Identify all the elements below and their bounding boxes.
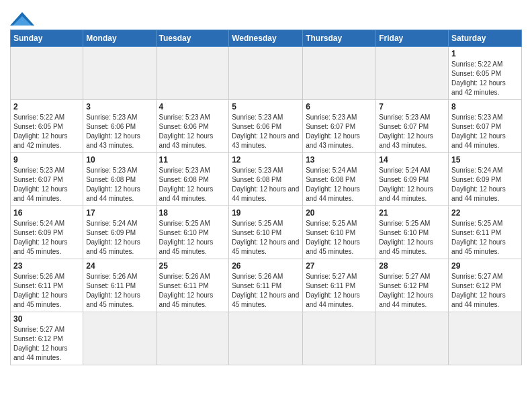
- calendar-week-3: 16Sunrise: 5:24 AMSunset: 6:09 PMDayligh…: [11, 206, 522, 259]
- weekday-header-row: SundayMondayTuesdayWednesdayThursdayFrid…: [11, 30, 522, 47]
- calendar-cell: 21Sunrise: 5:25 AMSunset: 6:10 PMDayligh…: [376, 206, 449, 259]
- day-info: Sunrise: 5:24 AMSunset: 6:08 PMDaylight:…: [306, 166, 373, 203]
- page-container: SundayMondayTuesdayWednesdayThursdayFrid…: [10, 7, 522, 365]
- day-number: 22: [451, 208, 519, 218]
- logo-icon: [10, 12, 34, 26]
- day-info: Sunrise: 5:25 AMSunset: 6:11 PMDaylight:…: [451, 219, 519, 257]
- day-number: 15: [451, 155, 519, 165]
- day-info: Sunrise: 5:24 AMSunset: 6:09 PMDaylight:…: [379, 166, 445, 203]
- logo-area: [10, 7, 34, 26]
- day-number: 12: [232, 155, 300, 165]
- day-info: Sunrise: 5:27 AMSunset: 6:12 PMDaylight:…: [13, 325, 80, 363]
- calendar-cell: 5Sunrise: 5:23 AMSunset: 6:06 PMDaylight…: [229, 100, 303, 153]
- calendar-cell: [376, 312, 449, 365]
- day-info: Sunrise: 5:24 AMSunset: 6:09 PMDaylight:…: [13, 219, 80, 257]
- calendar-cell: 29Sunrise: 5:27 AMSunset: 6:12 PMDayligh…: [449, 259, 522, 312]
- day-info: Sunrise: 5:23 AMSunset: 6:06 PMDaylight:…: [86, 113, 152, 150]
- day-info: Sunrise: 5:23 AMSunset: 6:07 PMDaylight:…: [379, 113, 445, 150]
- calendar-cell: 25Sunrise: 5:26 AMSunset: 6:11 PMDayligh…: [156, 259, 229, 312]
- day-number: 8: [451, 102, 519, 111]
- calendar-cell: 3Sunrise: 5:23 AMSunset: 6:06 PMDaylight…: [83, 100, 156, 153]
- calendar-cell: 23Sunrise: 5:26 AMSunset: 6:11 PMDayligh…: [11, 259, 83, 312]
- day-info: Sunrise: 5:24 AMSunset: 6:09 PMDaylight:…: [451, 166, 519, 203]
- calendar-cell: 20Sunrise: 5:25 AMSunset: 6:10 PMDayligh…: [303, 206, 376, 259]
- calendar-cell: [83, 47, 156, 100]
- calendar-week-2: 9Sunrise: 5:23 AMSunset: 6:07 PMDaylight…: [11, 153, 522, 206]
- calendar-week-4: 23Sunrise: 5:26 AMSunset: 6:11 PMDayligh…: [11, 259, 522, 312]
- day-info: Sunrise: 5:22 AMSunset: 6:05 PMDaylight:…: [451, 60, 519, 97]
- day-info: Sunrise: 5:25 AMSunset: 6:10 PMDaylight:…: [306, 219, 373, 257]
- day-number: 13: [306, 155, 373, 165]
- calendar-cell: 26Sunrise: 5:26 AMSunset: 6:11 PMDayligh…: [229, 259, 303, 312]
- calendar-cell: 22Sunrise: 5:25 AMSunset: 6:11 PMDayligh…: [449, 206, 522, 259]
- calendar-cell: 11Sunrise: 5:23 AMSunset: 6:08 PMDayligh…: [156, 153, 229, 206]
- calendar-cell: 13Sunrise: 5:24 AMSunset: 6:08 PMDayligh…: [303, 153, 376, 206]
- weekday-wednesday: Wednesday: [229, 30, 303, 47]
- calendar-cell: 16Sunrise: 5:24 AMSunset: 6:09 PMDayligh…: [11, 206, 83, 259]
- day-number: 6: [306, 102, 373, 111]
- day-info: Sunrise: 5:23 AMSunset: 6:08 PMDaylight:…: [232, 166, 300, 203]
- calendar-cell: 4Sunrise: 5:23 AMSunset: 6:06 PMDaylight…: [156, 100, 229, 153]
- day-number: 20: [306, 208, 373, 218]
- day-number: 24: [86, 261, 152, 271]
- day-info: Sunrise: 5:25 AMSunset: 6:10 PMDaylight:…: [379, 219, 445, 257]
- calendar-cell: 2Sunrise: 5:22 AMSunset: 6:05 PMDaylight…: [11, 100, 83, 153]
- calendar-cell: 14Sunrise: 5:24 AMSunset: 6:09 PMDayligh…: [376, 153, 449, 206]
- day-number: 1: [451, 49, 519, 58]
- calendar-table: SundayMondayTuesdayWednesdayThursdayFrid…: [10, 30, 522, 365]
- day-info: Sunrise: 5:25 AMSunset: 6:10 PMDaylight:…: [232, 219, 300, 257]
- weekday-friday: Friday: [376, 30, 449, 47]
- weekday-saturday: Saturday: [449, 30, 522, 47]
- weekday-tuesday: Tuesday: [156, 30, 229, 47]
- day-number: 23: [13, 261, 80, 271]
- day-number: 18: [159, 208, 226, 218]
- calendar-cell: 30Sunrise: 5:27 AMSunset: 6:12 PMDayligh…: [11, 312, 83, 365]
- calendar-cell: [156, 47, 229, 100]
- header: [10, 7, 522, 26]
- calendar-cell: 6Sunrise: 5:23 AMSunset: 6:07 PMDaylight…: [303, 100, 376, 153]
- calendar-week-5: 30Sunrise: 5:27 AMSunset: 6:12 PMDayligh…: [11, 312, 522, 365]
- day-number: 28: [379, 261, 445, 271]
- day-number: 17: [86, 208, 152, 218]
- weekday-sunday: Sunday: [11, 30, 83, 47]
- day-info: Sunrise: 5:23 AMSunset: 6:08 PMDaylight:…: [159, 166, 226, 203]
- day-number: 27: [306, 261, 373, 271]
- day-number: 3: [86, 102, 152, 111]
- calendar-cell: [229, 312, 303, 365]
- day-info: Sunrise: 5:24 AMSunset: 6:09 PMDaylight:…: [86, 219, 152, 257]
- calendar-cell: [229, 47, 303, 100]
- calendar-cell: [449, 312, 522, 365]
- calendar-cell: 27Sunrise: 5:27 AMSunset: 6:11 PMDayligh…: [303, 259, 376, 312]
- day-number: 11: [159, 155, 226, 165]
- weekday-thursday: Thursday: [303, 30, 376, 47]
- calendar-cell: [376, 47, 449, 100]
- day-number: 14: [379, 155, 445, 165]
- calendar-cell: 19Sunrise: 5:25 AMSunset: 6:10 PMDayligh…: [229, 206, 303, 259]
- day-info: Sunrise: 5:22 AMSunset: 6:05 PMDaylight:…: [13, 113, 80, 150]
- day-number: 4: [159, 102, 226, 111]
- day-number: 26: [232, 261, 300, 271]
- calendar-cell: 7Sunrise: 5:23 AMSunset: 6:07 PMDaylight…: [376, 100, 449, 153]
- day-number: 29: [451, 261, 519, 271]
- calendar-cell: 24Sunrise: 5:26 AMSunset: 6:11 PMDayligh…: [83, 259, 156, 312]
- day-number: 25: [159, 261, 226, 271]
- day-number: 5: [232, 102, 300, 111]
- day-number: 10: [86, 155, 152, 165]
- day-info: Sunrise: 5:23 AMSunset: 6:08 PMDaylight:…: [86, 166, 152, 203]
- day-info: Sunrise: 5:23 AMSunset: 6:07 PMDaylight:…: [13, 166, 80, 203]
- day-info: Sunrise: 5:25 AMSunset: 6:10 PMDaylight:…: [159, 219, 226, 257]
- day-info: Sunrise: 5:26 AMSunset: 6:11 PMDaylight:…: [232, 272, 300, 310]
- day-info: Sunrise: 5:27 AMSunset: 6:11 PMDaylight:…: [306, 272, 373, 310]
- calendar-week-1: 2Sunrise: 5:22 AMSunset: 6:05 PMDaylight…: [11, 100, 522, 153]
- day-number: 2: [13, 102, 80, 111]
- calendar-cell: [303, 312, 376, 365]
- calendar-cell: [83, 312, 156, 365]
- day-info: Sunrise: 5:27 AMSunset: 6:12 PMDaylight:…: [379, 272, 445, 310]
- day-info: Sunrise: 5:23 AMSunset: 6:07 PMDaylight:…: [451, 113, 519, 150]
- weekday-monday: Monday: [83, 30, 156, 47]
- day-info: Sunrise: 5:27 AMSunset: 6:12 PMDaylight:…: [451, 272, 519, 310]
- calendar-cell: 10Sunrise: 5:23 AMSunset: 6:08 PMDayligh…: [83, 153, 156, 206]
- calendar-cell: [11, 47, 83, 100]
- day-number: 19: [232, 208, 300, 218]
- calendar-cell: [303, 47, 376, 100]
